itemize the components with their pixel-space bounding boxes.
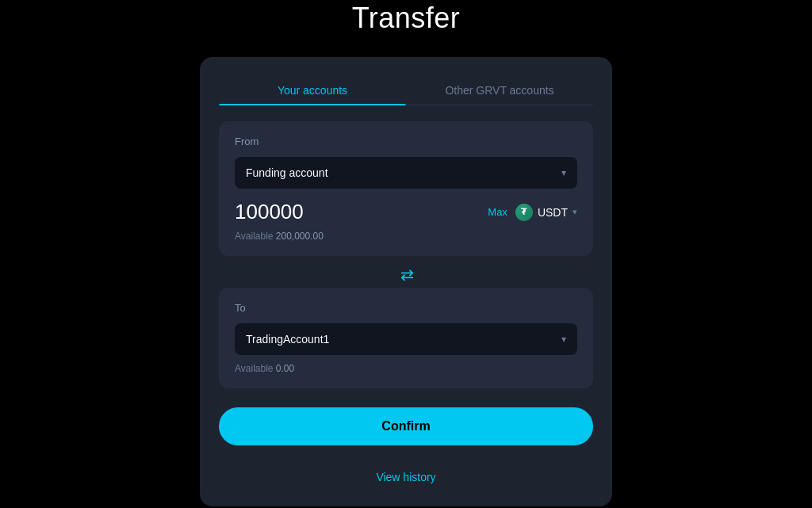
tabs-container: Your accounts Other GRVT accounts: [219, 76, 593, 105]
from-dropdown-value: Funding account: [246, 166, 328, 179]
from-label: From: [235, 136, 577, 147]
from-available-text: Available 200,000.00: [235, 231, 577, 242]
to-dropdown-value: TradingAccount1: [246, 333, 329, 346]
view-history-button[interactable]: View history: [376, 471, 435, 483]
confirm-button[interactable]: Confirm: [219, 407, 593, 445]
currency-label: USDT: [538, 206, 568, 219]
from-dropdown[interactable]: Funding account ▾: [235, 157, 577, 189]
amount-row: 100000 Max ₮ USDT ▾: [235, 200, 577, 224]
page-title: Transfer: [352, 2, 461, 35]
page-wrapper: Transfer Your accounts Other GRVT accoun…: [0, 2, 812, 506]
to-label: To: [235, 302, 577, 314]
swap-icon[interactable]: ⇅: [396, 269, 416, 282]
tab-your-accounts[interactable]: Your accounts: [219, 76, 406, 105]
from-section: From Funding account ▾ 100000 Max ₮ USDT…: [219, 121, 593, 256]
to-section: To TradingAccount1 ▾ Available 0.00: [219, 288, 593, 388]
currency-arrow-icon: ▾: [573, 207, 577, 217]
tab-other-grvt[interactable]: Other GRVT accounts: [406, 76, 593, 105]
to-dropdown[interactable]: TradingAccount1 ▾: [235, 323, 577, 355]
amount-value: 100000: [235, 200, 304, 224]
usdt-icon: ₮: [515, 204, 533, 221]
from-available-value: 200,000.00: [276, 231, 324, 242]
modal: Your accounts Other GRVT accounts From F…: [200, 57, 612, 506]
currency-selector[interactable]: ₮ USDT ▾: [515, 204, 577, 221]
max-button[interactable]: Max: [488, 206, 508, 218]
to-available-text: Available 0.00: [235, 363, 577, 374]
to-available-value: 0.00: [276, 363, 294, 374]
amount-controls: Max ₮ USDT ▾: [488, 204, 577, 221]
swap-container: ⇅: [219, 265, 593, 285]
to-dropdown-arrow-icon: ▾: [561, 334, 566, 345]
from-dropdown-arrow-icon: ▾: [561, 167, 566, 178]
